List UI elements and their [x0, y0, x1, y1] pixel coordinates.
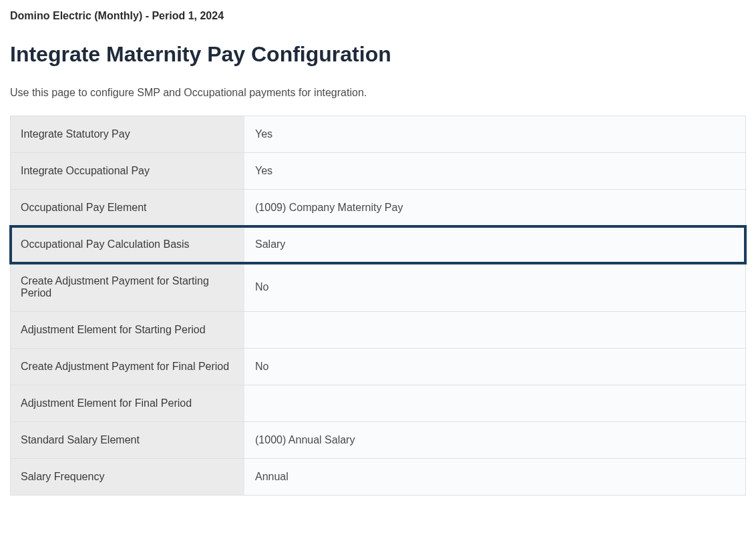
table-row: Create Adjustment Payment for Starting P… — [11, 263, 745, 312]
row-label-salary-frequency: Salary Frequency — [11, 459, 244, 495]
table-row: Integrate Statutory Pay Yes — [11, 116, 745, 153]
row-value-adjustment-element-starting — [244, 312, 745, 348]
row-label-adjustment-element-starting: Adjustment Element for Starting Period — [11, 312, 244, 348]
row-label-occupational-pay-element: Occupational Pay Element — [11, 190, 244, 226]
table-row: Adjustment Element for Final Period — [11, 385, 745, 422]
row-value-create-adjustment-starting: No — [244, 263, 745, 311]
table-row: Occupational Pay Element (1009) Company … — [11, 190, 745, 226]
row-label-adjustment-element-final: Adjustment Element for Final Period — [11, 385, 244, 421]
row-value-integrate-statutory-pay: Yes — [244, 116, 745, 152]
table-row: Integrate Occupational Pay Yes — [11, 153, 745, 190]
table-row: Standard Salary Element (1000) Annual Sa… — [11, 422, 745, 459]
row-label-create-adjustment-final: Create Adjustment Payment for Final Peri… — [11, 349, 244, 385]
row-value-standard-salary-element: (1000) Annual Salary — [244, 422, 745, 458]
breadcrumb: Domino Electric (Monthly) - Period 1, 20… — [10, 10, 746, 22]
table-row: Salary Frequency Annual — [11, 459, 745, 495]
page-description: Use this page to configure SMP and Occup… — [10, 87, 746, 99]
row-label-standard-salary-element: Standard Salary Element — [11, 422, 244, 458]
page-title: Integrate Maternity Pay Configuration — [10, 42, 746, 67]
table-row: Create Adjustment Payment for Final Peri… — [11, 349, 745, 385]
row-value-occupational-pay-calculation-basis: Salary — [244, 226, 745, 262]
row-value-adjustment-element-final — [244, 385, 745, 421]
table-row: Adjustment Element for Starting Period — [11, 312, 745, 349]
row-value-salary-frequency: Annual — [244, 459, 745, 495]
row-label-integrate-statutory-pay: Integrate Statutory Pay — [11, 116, 244, 152]
row-value-integrate-occupational-pay: Yes — [244, 153, 745, 189]
row-value-create-adjustment-final: No — [244, 349, 745, 385]
row-label-create-adjustment-starting: Create Adjustment Payment for Starting P… — [11, 263, 244, 311]
row-label-integrate-occupational-pay: Integrate Occupational Pay — [11, 153, 244, 189]
row-value-occupational-pay-element: (1009) Company Maternity Pay — [244, 190, 745, 226]
row-label-occupational-pay-calculation-basis: Occupational Pay Calculation Basis — [11, 226, 244, 262]
config-table: Integrate Statutory Pay Yes Integrate Oc… — [10, 116, 746, 496]
table-row-highlighted: Occupational Pay Calculation Basis Salar… — [11, 226, 745, 263]
